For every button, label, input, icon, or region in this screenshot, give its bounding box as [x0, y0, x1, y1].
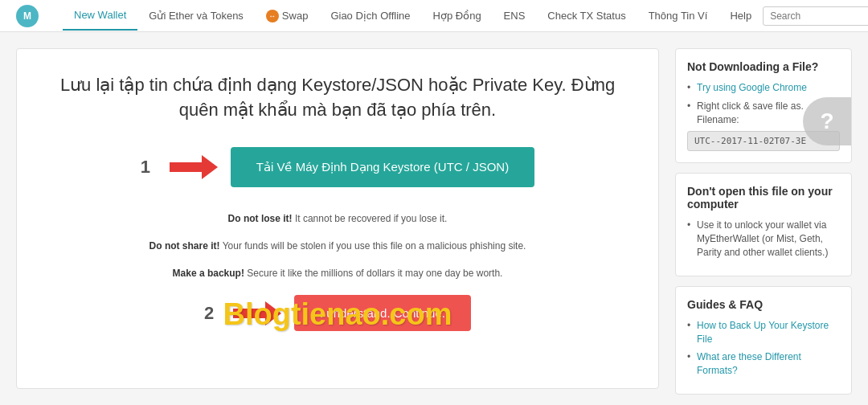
nav-ens[interactable]: ENS	[493, 2, 537, 30]
nav-wallet-info[interactable]: Thông Tin Ví	[637, 2, 719, 30]
not-downloading-section: ? Not Downloading a File? Try using Goog…	[675, 48, 852, 163]
backup-keystore-link[interactable]: How to Back Up Your Keystore File	[697, 320, 829, 345]
header-right: EN VI	[763, 6, 868, 26]
warning-bold-3: Make a backup!	[173, 268, 244, 279]
formats-link[interactable]: What are these Different Formats?	[697, 351, 801, 376]
guides-section: Guides & FAQ How to Back Up Your Keystor…	[675, 286, 852, 395]
nav-swap[interactable]: ↔ Swap	[255, 2, 320, 31]
nav-help[interactable]: Help	[719, 2, 763, 30]
guides-list: How to Back Up Your Keystore File What a…	[687, 319, 840, 378]
warning-text-3: Make a backup! Secure it like the millio…	[173, 266, 503, 281]
nav-new-wallet[interactable]: New Wallet	[63, 1, 137, 31]
not-downloading-list: Try using Google Chrome Right click & sa…	[687, 81, 840, 126]
main-content: Lưu lại tập tin chứa định dạng Keystore/…	[0, 32, 868, 405]
swap-icon: ↔	[266, 10, 279, 22]
continue-button[interactable]: I understand. Continue.	[294, 295, 471, 331]
step1-number: 1	[141, 157, 157, 178]
nav-swap-label: Swap	[282, 10, 309, 22]
guides-item-1: How to Back Up Your Keystore File	[687, 319, 840, 346]
warning-text-3-content: Secure it like the millions of dollars i…	[247, 268, 502, 279]
center-panel: Lưu lại tập tin chứa định dạng Keystore/…	[16, 48, 659, 389]
logo-area: M	[16, 5, 39, 27]
nav-offline-tx[interactable]: Giao Dịch Offline	[319, 2, 421, 30]
guides-item-2: What are these Different Formats?	[687, 350, 840, 378]
header: M New Wallet Gửi Ether và Tokens ↔ Swap …	[0, 0, 868, 32]
dont-open-list: Use it to unlock your wallet via MyEther…	[687, 219, 840, 259]
main-title: Lưu lại tập tin chứa định dạng Keystore/…	[49, 73, 626, 123]
arrow-icon-2	[233, 301, 281, 325]
step1-row: 1 Tải Về Máy Định Dạng Keystore (UTC / J…	[49, 147, 626, 187]
dont-open-section: Don't open this file on your computer Us…	[675, 173, 852, 276]
dont-open-title: Don't open this file on your computer	[687, 185, 840, 211]
not-downloading-item-1: Try using Google Chrome	[687, 81, 840, 95]
nav-contracts[interactable]: Hợp Đồng	[422, 2, 493, 30]
download-keystore-button[interactable]: Tải Về Máy Định Dạng Keystore (UTC / JSO…	[231, 147, 534, 187]
warning-text-1-content: It cannot be recovered if you lose it.	[295, 213, 447, 224]
not-downloading-item-2: Right click & save file as. Filename:	[687, 100, 840, 127]
dont-open-item-1: Use it to unlock your wallet via MyEther…	[687, 219, 840, 259]
step2-number: 2	[204, 303, 220, 324]
arrow-icon-1	[170, 155, 218, 179]
step2-row: 2 I understand. Continue.	[49, 295, 626, 331]
warning-bold-1: Do not lose it!	[228, 213, 293, 224]
not-downloading-title: Not Downloading a File?	[687, 60, 840, 73]
nav-bar: New Wallet Gửi Ether và Tokens ↔ Swap Gi…	[63, 1, 763, 31]
warning-text-2: Do not share it! Your funds will be stol…	[149, 239, 526, 254]
try-chrome-link[interactable]: Try using Google Chrome	[697, 82, 807, 93]
warning-text-1: Do not lose it! It cannot be recovered i…	[228, 211, 448, 227]
warning-bold-2: Do not share it!	[149, 240, 220, 252]
right-panel: ? Not Downloading a File? Try using Goog…	[675, 48, 852, 389]
warning-text-2-content: Your funds will be stolen if you use thi…	[223, 240, 526, 252]
search-input[interactable]	[763, 6, 868, 26]
guides-title: Guides & FAQ	[687, 298, 840, 311]
logo-icon: M	[16, 5, 39, 27]
nav-send-ether[interactable]: Gửi Ether và Tokens	[137, 2, 255, 30]
nav-check-tx[interactable]: Check TX Status	[536, 2, 637, 30]
